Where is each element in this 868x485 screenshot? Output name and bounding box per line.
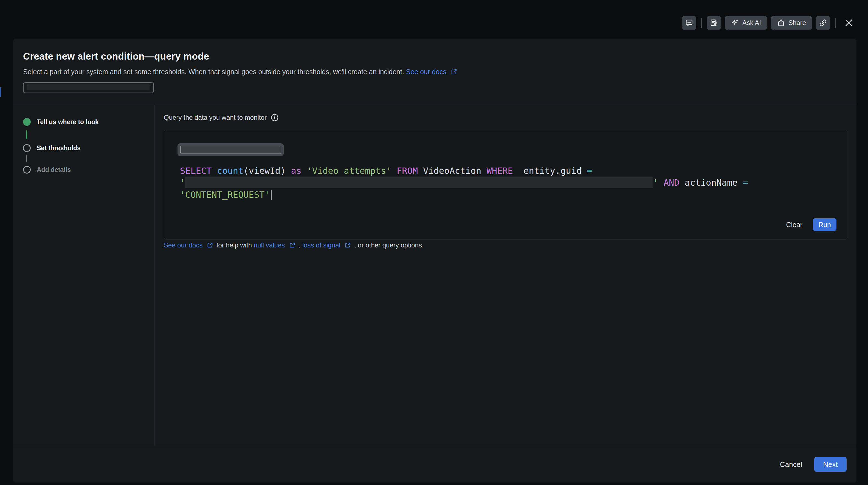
share-icon bbox=[777, 19, 785, 27]
comment-icon bbox=[685, 19, 693, 27]
alert-name-input[interactable] bbox=[23, 82, 154, 93]
code-line: SELECT count(viewId) as 'Video attempts'… bbox=[180, 165, 748, 177]
topbar-actions: Ask AI Share bbox=[682, 16, 856, 30]
query-editor[interactable]: SELECT count(viewId) as 'Video attempts'… bbox=[164, 130, 847, 239]
external-link-icon bbox=[344, 242, 351, 249]
query-heading-text: Query the data you want to monitor bbox=[164, 114, 267, 121]
underlying-page-sliver bbox=[0, 87, 1, 97]
sparkle-icon bbox=[731, 19, 739, 27]
share-label: Share bbox=[788, 19, 806, 27]
modal-footer: Cancel Next bbox=[13, 446, 857, 483]
redacted-value bbox=[180, 146, 281, 153]
query-heading: Query the data you want to monitor bbox=[164, 113, 279, 122]
step-set-thresholds[interactable]: Set thresholds bbox=[23, 144, 154, 152]
modal-body: Tell us where to look Set thresholds Add… bbox=[13, 105, 857, 446]
see-our-docs-link[interactable]: See our docs bbox=[164, 241, 203, 249]
steps-sidebar: Tell us where to look Set thresholds Add… bbox=[13, 105, 155, 446]
comments-button[interactable] bbox=[682, 16, 696, 30]
step-circle-active bbox=[23, 118, 31, 126]
redacted-entity-guid bbox=[185, 177, 653, 188]
create-alert-condition-modal: Create new alert condition—query mode Se… bbox=[13, 39, 857, 483]
loss-of-signal-link[interactable]: loss of signal bbox=[302, 241, 340, 249]
notes-button[interactable] bbox=[707, 16, 721, 30]
external-link-icon bbox=[451, 68, 458, 75]
close-icon bbox=[844, 18, 854, 28]
page-subtitle: Select a part of your system and set som… bbox=[23, 68, 846, 76]
query-help-line: See our docs for help with null values ,… bbox=[164, 241, 424, 249]
nrql-query-text[interactable]: SELECT count(viewId) as 'Video attempts'… bbox=[180, 165, 748, 201]
help-separator: , bbox=[299, 241, 302, 249]
text-cursor bbox=[271, 190, 272, 200]
info-icon[interactable] bbox=[271, 113, 279, 122]
close-modal-button[interactable] bbox=[842, 16, 856, 29]
editor-actions: Clear Run bbox=[786, 218, 836, 231]
copy-link-button[interactable] bbox=[816, 16, 830, 30]
step-connector bbox=[26, 130, 27, 139]
topbar-divider bbox=[835, 18, 836, 28]
step-label: Tell us where to look bbox=[37, 118, 99, 126]
see-our-docs-link[interactable]: See our docs bbox=[406, 68, 446, 76]
external-link-icon bbox=[289, 242, 296, 249]
step-label: Set thresholds bbox=[37, 144, 81, 152]
step-circle-upcoming bbox=[23, 166, 31, 174]
account-picker-redacted[interactable] bbox=[178, 143, 284, 156]
step-tell-us-where-to-look[interactable]: Tell us where to look bbox=[23, 118, 154, 126]
cancel-button[interactable]: Cancel bbox=[780, 460, 802, 469]
step-label: Add details bbox=[37, 166, 71, 174]
share-button[interactable]: Share bbox=[771, 16, 812, 30]
external-link-icon bbox=[207, 242, 213, 249]
redacted-value bbox=[27, 84, 150, 90]
note-edit-icon bbox=[710, 19, 718, 27]
step-add-details[interactable]: Add details bbox=[23, 166, 154, 174]
null-values-link[interactable]: null values bbox=[254, 241, 285, 249]
next-button[interactable]: Next bbox=[814, 457, 846, 472]
help-text: for help with bbox=[216, 241, 254, 249]
ask-ai-label: Ask AI bbox=[742, 19, 761, 27]
page-title: Create new alert condition—query mode bbox=[23, 51, 846, 62]
help-tail: , or other query options. bbox=[354, 241, 424, 249]
ask-ai-button[interactable]: Ask AI bbox=[725, 16, 767, 30]
step-circle-upcoming bbox=[23, 144, 31, 152]
run-button[interactable]: Run bbox=[813, 218, 836, 231]
query-section: Query the data you want to monitor SELEC… bbox=[155, 105, 857, 446]
topbar-divider bbox=[701, 18, 702, 28]
clear-button[interactable]: Clear bbox=[786, 221, 802, 229]
link-icon bbox=[819, 19, 827, 27]
modal-header: Create new alert condition—query mode Se… bbox=[13, 39, 857, 105]
code-line: 'CONTENT_REQUEST' bbox=[180, 189, 748, 201]
step-connector bbox=[26, 155, 27, 162]
code-line: '' AND actionName = bbox=[180, 177, 748, 189]
subtitle-text: Select a part of your system and set som… bbox=[23, 68, 404, 76]
